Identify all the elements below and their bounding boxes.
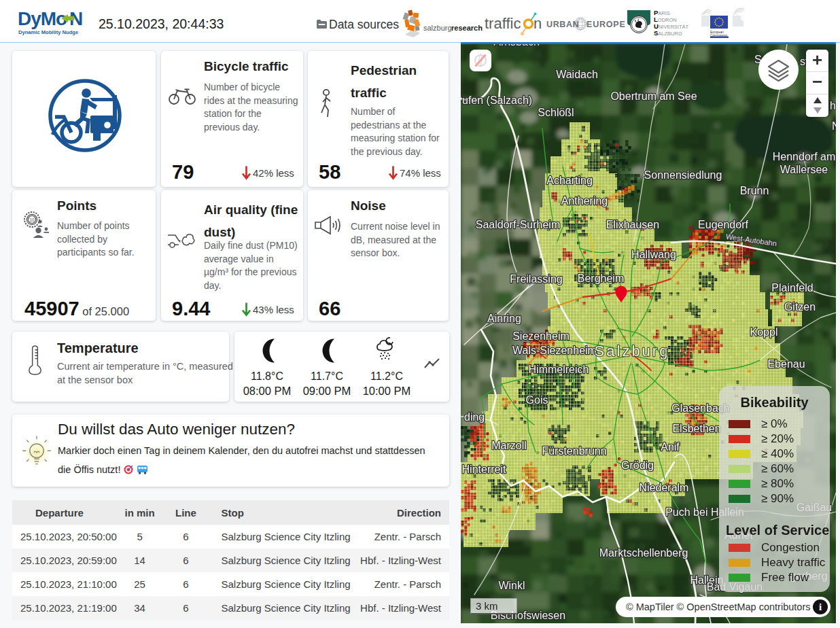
svg-text:ding: ding (464, 411, 485, 423)
svg-text:Eugendorf: Eugendorf (698, 219, 748, 230)
svg-text:Elsbethen: Elsbethen (672, 423, 720, 434)
svg-text:Hallwang: Hallwang (631, 249, 676, 260)
svg-text:Obertrum am See: Obertrum am See (610, 90, 697, 102)
svg-text:Marktschellenberg: Marktschellenberg (599, 547, 688, 559)
svg-text:Anif: Anif (661, 441, 680, 453)
svg-text:Ebenau: Ebenau (767, 358, 805, 370)
svg-text:Koppl: Koppl (750, 326, 778, 338)
svg-text:SALZBURG: SALZBURG (654, 29, 682, 36)
svg-text:Winkl: Winkl (498, 580, 525, 591)
svg-text:Dynamic Mobility Nudge: Dynamic Mobility Nudge (18, 29, 78, 35)
svg-text:Siezenheim: Siezenheim (512, 330, 570, 342)
svg-text:Waidach: Waidach (556, 69, 598, 80)
svg-text:Grödig: Grödig (621, 459, 654, 471)
svg-text:Salzburg: Salzburg (595, 343, 670, 360)
svg-text:Saaldorf-Surheim: Saaldorf-Surheim (476, 219, 561, 230)
svg-text:Niederalm: Niederalm (640, 482, 689, 493)
svg-text:Wals-Siezenheim: Wals-Siezenheim (512, 345, 597, 356)
svg-text:Acharting: Acharting (546, 175, 593, 186)
svg-text:ufen (Salzach): ufen (Salzach) (462, 94, 532, 106)
svg-text:DyMo: DyMo (18, 8, 67, 29)
svg-text:Wallersee: Wallersee (780, 164, 828, 175)
svg-text:traffic: traffic (485, 15, 521, 32)
svg-text:Marzoll: Marzoll (491, 440, 527, 451)
svg-text:Gitzen: Gitzen (784, 301, 816, 313)
svg-text:Schlößl: Schlößl (538, 107, 574, 118)
svg-text:Henndorf am: Henndorf am (773, 151, 836, 162)
svg-text:Sonnensiedlung: Sonnensiedlung (644, 169, 722, 181)
svg-text:Ne: Ne (832, 120, 836, 132)
svg-text:Hinterreit: Hinterreit (462, 464, 506, 475)
svg-text:ha: ha (830, 100, 836, 111)
svg-text:Bergheim: Bergheim (578, 273, 624, 284)
svg-text:Himmelreich: Himmelreich (529, 364, 589, 375)
svg-text:URBAN: URBAN (546, 20, 579, 29)
svg-text:Anthering: Anthering (561, 195, 608, 207)
svg-text:Fürstenbrunn: Fürstenbrunn (542, 445, 606, 457)
svg-text:Plainfeld: Plainfeld (771, 282, 813, 294)
svg-text:10: 10 (29, 217, 35, 222)
svg-text:UNIVERSITÄT: UNIVERSITÄT (654, 22, 688, 30)
svg-text:Arnsbach: Arnsbach (493, 44, 540, 48)
svg-text:n: n (533, 15, 542, 32)
svg-text:Freilassing: Freilassing (510, 273, 562, 285)
svg-text:EUROPE: EUROPE (587, 20, 626, 29)
svg-text:research: research (451, 24, 483, 32)
svg-text:Gois: Gois (526, 394, 548, 406)
svg-text:Elixhausen: Elixhausen (606, 219, 659, 230)
svg-text:salzburg: salzburg (423, 24, 452, 32)
svg-text:Ainring: Ainring (487, 313, 521, 324)
svg-text:Brunn: Brunn (740, 185, 769, 196)
